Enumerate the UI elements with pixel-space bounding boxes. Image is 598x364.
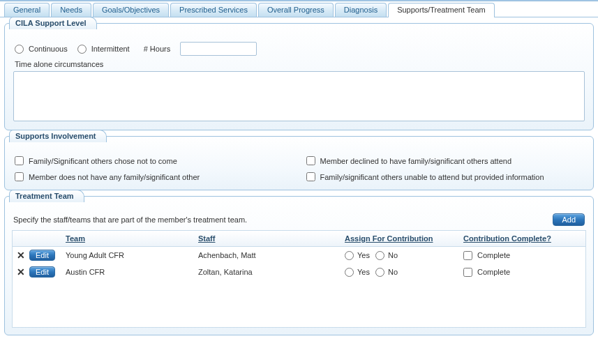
tab-services[interactable]: Prescribed Services	[170, 3, 257, 17]
delete-icon[interactable]: ✕	[17, 250, 25, 260]
assign-no[interactable]: No	[375, 251, 398, 260]
legend-treatment-team: Treatment Team	[9, 190, 84, 202]
col-actions	[13, 231, 61, 247]
table-row: ✕ Edit Austin CFR Zoltan, Katarina Yes N…	[13, 264, 585, 280]
col-team[interactable]: Team	[61, 231, 194, 247]
tab-supports-treatment-team[interactable]: Supports/Treatment Team	[388, 3, 495, 17]
panel-treatment-team: Treatment Team Specify the staff/teams t…	[4, 196, 594, 335]
tab-general[interactable]: General	[4, 3, 50, 17]
col-assign[interactable]: Assign For Contribution	[341, 231, 459, 247]
radio-intermittent[interactable]: Intermittent	[77, 45, 130, 54]
chk-member-declined-input[interactable]	[306, 156, 315, 165]
complete-label: Complete	[477, 251, 510, 259]
chk-member-no-family-label: Member does not have any family/signific…	[29, 173, 200, 181]
tab-strip: General Needs Goals/Objectives Prescribe…	[0, 1, 598, 17]
legend-involvement: Supports Involvement	[9, 130, 107, 142]
cell-team: Young Adult CFR	[61, 247, 194, 264]
col-complete[interactable]: Contribution Complete?	[459, 231, 585, 247]
assign-yes[interactable]: Yes	[345, 251, 370, 260]
tab-diagnosis[interactable]: Diagnosis	[335, 3, 387, 17]
assign-yes[interactable]: Yes	[345, 268, 370, 277]
assign-no[interactable]: No	[375, 268, 398, 277]
panel-cila-support-level: CILA Support Level Continuous Intermitte…	[4, 23, 594, 130]
radio-continuous-input[interactable]	[15, 45, 24, 54]
edit-button[interactable]: Edit	[29, 266, 55, 278]
cell-staff: Zoltan, Katarina	[194, 264, 341, 280]
delete-icon[interactable]: ✕	[17, 267, 25, 277]
col-staff[interactable]: Staff	[194, 231, 341, 247]
legend-cila: CILA Support Level	[9, 17, 97, 29]
complete-checkbox[interactable]	[463, 268, 472, 277]
chk-family-chose-not-input[interactable]	[15, 156, 24, 165]
chk-family-chose-not-label: Family/Significant others chose not to c…	[29, 157, 177, 165]
radio-continuous-label: Continuous	[29, 45, 68, 53]
time-alone-label: Time alone circumstances	[12, 60, 586, 71]
treatment-team-instruction: Specify the staff/teams that are part of…	[13, 215, 247, 224]
chk-family-unable-input[interactable]	[306, 172, 315, 181]
chk-member-no-family-input[interactable]	[15, 172, 24, 181]
radio-intermittent-input[interactable]	[77, 45, 87, 54]
time-alone-textarea[interactable]	[13, 71, 585, 121]
cell-team: Austin CFR	[61, 264, 194, 280]
hours-input[interactable]	[180, 42, 257, 56]
chk-member-declined[interactable]: Member declined to have family/significa…	[306, 156, 584, 165]
tab-progress[interactable]: Overall Progress	[258, 3, 334, 17]
radio-intermittent-label: Intermittent	[91, 45, 130, 53]
complete-label: Complete	[477, 268, 510, 276]
cell-staff: Achenbach, Matt	[194, 247, 341, 264]
tab-goals[interactable]: Goals/Objectives	[93, 3, 169, 17]
hours-label: # Hours	[144, 45, 171, 53]
chk-family-unable-label: Family/significant others unable to atte…	[320, 173, 544, 181]
table-row: ✕ Edit Young Adult CFR Achenbach, Matt Y…	[13, 247, 585, 264]
panel-supports-involvement: Supports Involvement Family/Significant …	[4, 136, 594, 190]
add-button[interactable]: Add	[553, 213, 585, 226]
chk-member-no-family[interactable]: Member does not have any family/signific…	[15, 172, 292, 181]
chk-member-declined-label: Member declined to have family/significa…	[320, 157, 512, 165]
chk-family-unable[interactable]: Family/significant others unable to atte…	[306, 172, 584, 181]
chk-family-chose-not[interactable]: Family/Significant others chose not to c…	[15, 156, 292, 165]
treatment-team-grid[interactable]: Team Staff Assign For Contribution Contr…	[12, 230, 586, 328]
radio-continuous[interactable]: Continuous	[15, 45, 68, 54]
edit-button[interactable]: Edit	[29, 250, 55, 261]
complete-checkbox[interactable]	[463, 251, 472, 260]
tab-needs[interactable]: Needs	[51, 3, 91, 17]
